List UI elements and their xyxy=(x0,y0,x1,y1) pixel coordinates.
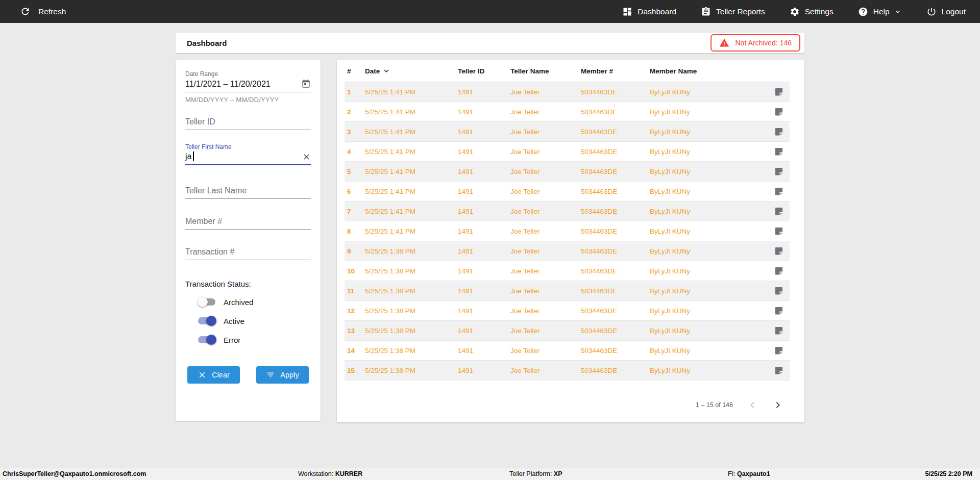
table-row[interactable]: 2 5/25/25 1:41 PM 1491 Joe Teller 503446… xyxy=(345,102,790,122)
row-member-num: 5034463DE xyxy=(581,307,650,315)
row-note-button[interactable] xyxy=(768,226,790,236)
row-note-button[interactable] xyxy=(768,365,790,375)
table-row[interactable]: 14 5/25/25 1:38 PM 1491 Joe Teller 50344… xyxy=(345,341,790,361)
archived-toggle[interactable] xyxy=(198,297,216,307)
row-teller-name: Joe Teller xyxy=(510,247,581,255)
table-row[interactable]: 11 5/25/25 1:38 PM 1491 Joe Teller 50344… xyxy=(345,281,790,301)
row-note-button[interactable] xyxy=(768,206,790,216)
date-picker-button[interactable] xyxy=(301,79,311,89)
previous-page-button[interactable] xyxy=(746,399,758,411)
top-navbar: Refresh Dashboard Teller Reports Setting… xyxy=(0,0,980,23)
row-note-button[interactable] xyxy=(768,286,790,296)
date-range-input[interactable] xyxy=(185,80,301,89)
error-toggle[interactable] xyxy=(198,335,216,345)
row-teller-id: 1491 xyxy=(458,208,510,215)
table-row[interactable]: 8 5/25/25 1:41 PM 1491 Joe Teller 503446… xyxy=(345,221,790,241)
table-row[interactable]: 6 5/25/25 1:41 PM 1491 Joe Teller 503446… xyxy=(345,182,790,201)
teller-id-input[interactable] xyxy=(185,117,311,127)
row-member-num: 5034463DE xyxy=(581,208,650,215)
clear-button[interactable]: Clear xyxy=(187,366,240,384)
row-number: 10 xyxy=(345,267,365,275)
apply-button[interactable]: Apply xyxy=(256,366,309,384)
row-member-name: ByLyJI KUNy xyxy=(650,327,768,335)
col-header-member-num[interactable]: Member # xyxy=(581,67,650,75)
col-header-teller-name[interactable]: Teller Name xyxy=(510,67,581,75)
row-date: 5/25/25 1:38 PM xyxy=(365,287,458,295)
member-number-input[interactable] xyxy=(185,217,311,226)
table-row[interactable]: 13 5/25/25 1:38 PM 1491 Joe Teller 50344… xyxy=(345,321,790,341)
row-member-name: ByLyJI KUNy xyxy=(650,88,768,96)
row-teller-id: 1491 xyxy=(458,148,510,156)
next-page-button[interactable] xyxy=(772,399,784,411)
row-date: 5/25/25 1:41 PM xyxy=(365,108,458,116)
table-row[interactable]: 12 5/25/25 1:38 PM 1491 Joe Teller 50344… xyxy=(345,301,790,321)
note-icon xyxy=(774,306,784,316)
row-note-button[interactable] xyxy=(768,186,790,196)
row-note-button[interactable] xyxy=(768,325,790,336)
page-header: Dashboard Not Archived: 146 xyxy=(176,33,804,53)
text-cursor xyxy=(193,151,194,161)
row-note-button[interactable] xyxy=(768,266,790,276)
row-member-name: ByLyJI KUNy xyxy=(650,287,768,295)
row-note-button[interactable] xyxy=(768,345,790,356)
table-row[interactable]: 5 5/25/25 1:41 PM 1491 Joe Teller 503446… xyxy=(345,162,790,182)
row-member-num: 5034463DE xyxy=(581,108,650,116)
transaction-number-input[interactable] xyxy=(185,247,311,257)
row-note-button[interactable] xyxy=(768,127,790,137)
nav-dashboard-label: Dashboard xyxy=(638,7,676,16)
row-member-name: ByLyJI KUNy xyxy=(650,188,768,195)
nav-dashboard[interactable]: Dashboard xyxy=(622,7,676,17)
row-note-button[interactable] xyxy=(768,246,790,256)
nav-logout[interactable]: Logout xyxy=(926,7,966,17)
col-header-num[interactable]: # xyxy=(345,67,365,75)
pagination-range-label: 1 – 15 of 146 xyxy=(696,401,733,409)
teller-last-name-input[interactable] xyxy=(185,186,311,195)
refresh-button[interactable]: Refresh xyxy=(20,6,66,17)
table-row[interactable]: 3 5/25/25 1:41 PM 1491 Joe Teller 503446… xyxy=(345,122,790,142)
not-archived-badge[interactable]: Not Archived: 146 xyxy=(710,34,800,52)
row-teller-name: Joe Teller xyxy=(510,148,581,156)
row-teller-id: 1491 xyxy=(458,128,510,136)
row-member-num: 5034463DE xyxy=(581,267,650,275)
note-icon xyxy=(774,166,784,176)
col-header-teller-id[interactable]: Teller ID xyxy=(458,67,510,75)
nav-settings[interactable]: Settings xyxy=(790,7,834,17)
nav-teller-reports[interactable]: Teller Reports xyxy=(701,7,765,17)
row-member-num: 5034463DE xyxy=(581,287,650,295)
archived-toggle-label: Archived xyxy=(224,298,253,307)
row-note-button[interactable] xyxy=(768,146,790,157)
row-teller-id: 1491 xyxy=(458,367,510,374)
table-row[interactable]: 1 5/25/25 1:41 PM 1491 Joe Teller 503446… xyxy=(345,82,790,102)
table-row[interactable]: 4 5/25/25 1:41 PM 1491 Joe Teller 503446… xyxy=(345,142,790,162)
row-teller-id: 1491 xyxy=(458,247,510,255)
active-toggle[interactable] xyxy=(198,316,216,326)
row-teller-name: Joe Teller xyxy=(510,188,581,195)
row-note-button[interactable] xyxy=(768,306,790,316)
nav-help[interactable]: Help xyxy=(858,7,902,17)
row-note-button[interactable] xyxy=(768,87,790,97)
row-note-button[interactable] xyxy=(768,107,790,117)
power-icon xyxy=(926,7,937,17)
row-number: 14 xyxy=(345,347,365,355)
teller-first-name-input[interactable] xyxy=(185,152,302,161)
table-row[interactable]: 9 5/25/25 1:38 PM 1491 Joe Teller 503446… xyxy=(345,241,790,261)
transaction-number-group xyxy=(185,246,311,260)
col-header-date[interactable]: Date xyxy=(365,66,458,75)
table-row[interactable]: 10 5/25/25 1:38 PM 1491 Joe Teller 50344… xyxy=(345,261,790,281)
results-panel: # Date Teller ID Teller Name Member # Me… xyxy=(337,60,804,422)
col-header-member-name[interactable]: Member Name xyxy=(650,67,768,75)
row-member-name: ByLyJI KUNy xyxy=(650,208,768,215)
row-teller-name: Joe Teller xyxy=(510,108,581,116)
row-date: 5/25/25 1:41 PM xyxy=(365,228,458,235)
row-note-button[interactable] xyxy=(768,166,790,176)
clear-first-name-button[interactable] xyxy=(302,153,311,161)
not-archived-label: Not Archived: 146 xyxy=(735,39,792,47)
row-member-name: ByLyJI KUNy xyxy=(650,128,768,136)
transaction-status-label: Transaction Status: xyxy=(185,280,311,288)
row-number: 4 xyxy=(345,148,365,156)
close-icon xyxy=(302,153,311,161)
fi-status: FI: Qaxpauto1 xyxy=(728,468,770,479)
table-row[interactable]: 7 5/25/25 1:41 PM 1491 Joe Teller 503446… xyxy=(345,201,790,221)
table-row[interactable]: 15 5/25/25 1:38 PM 1491 Joe Teller 50344… xyxy=(345,361,790,381)
row-date: 5/25/25 1:41 PM xyxy=(365,88,458,96)
